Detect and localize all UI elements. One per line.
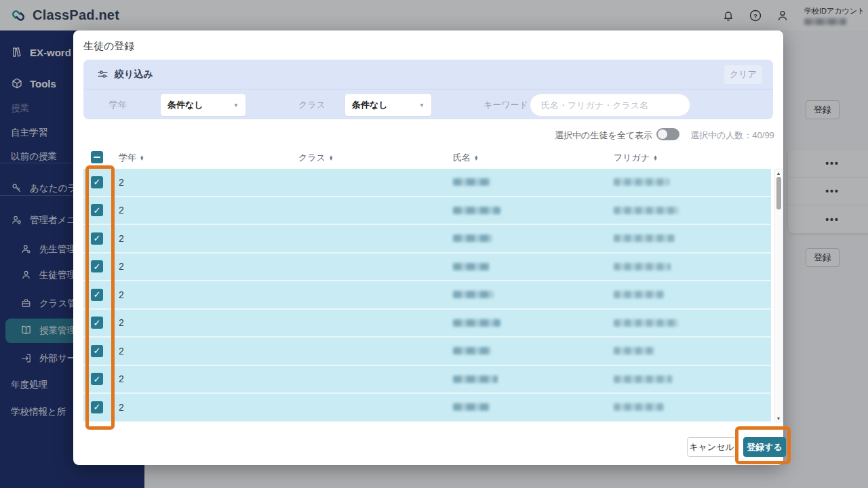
kana-cell-redacted	[614, 403, 664, 411]
grade-cell: 2	[119, 317, 124, 328]
name-cell-redacted	[453, 291, 494, 298]
class-filter-value: 条件なし	[352, 99, 414, 111]
student-row[interactable]: ✓2	[83, 253, 771, 282]
row-checkbox[interactable]: ✓	[91, 373, 103, 385]
row-checkbox[interactable]: ✓	[91, 232, 103, 245]
grade-filter-value: 条件なし	[167, 99, 228, 111]
grade-cell: 2	[119, 205, 124, 216]
scrollbar-thumb[interactable]	[776, 177, 781, 209]
student-row[interactable]: ✓2	[83, 394, 771, 422]
grade-cell: 2	[119, 402, 124, 413]
student-registration-modal: 生徒の登録 絞り込み クリア 学年 条件なし ▼ クラス 条件なし ▼ キーワー…	[73, 30, 783, 465]
kana-cell-redacted	[614, 178, 669, 186]
class-filter-label: クラス	[298, 99, 326, 111]
keyword-filter-label: キーワード	[484, 99, 528, 111]
table-header: 学年▲▼ クラス▲▼ 氏名▲▼ フリガナ▲▼	[83, 148, 773, 169]
kana-cell-redacted	[614, 347, 654, 354]
row-checkbox[interactable]: ✓	[91, 176, 103, 188]
student-row[interactable]: ✓2	[83, 281, 771, 310]
row-checkbox[interactable]: ✓	[91, 345, 103, 357]
kana-cell-redacted	[614, 375, 672, 383]
column-header-grade[interactable]: 学年▲▼	[119, 152, 144, 164]
row-checkbox[interactable]: ✓	[91, 204, 103, 216]
selected-count: 選択中の人数：40/99	[690, 129, 774, 142]
name-cell-redacted	[453, 347, 491, 354]
select-all-checkbox[interactable]	[91, 151, 103, 163]
kana-cell-redacted	[614, 263, 671, 270]
filter-title: 絞り込み	[115, 68, 153, 81]
name-cell-redacted	[453, 207, 500, 214]
class-filter-dropdown[interactable]: 条件なし ▼	[345, 94, 431, 116]
student-row[interactable]: ✓2	[83, 366, 771, 394]
name-cell-redacted	[453, 178, 490, 186]
grade-cell: 2	[119, 177, 124, 188]
grade-cell: 2	[119, 233, 124, 244]
show-selected-toggle[interactable]	[656, 128, 679, 140]
grade-cell: 2	[119, 289, 124, 300]
filter-sliders-icon	[97, 68, 108, 80]
grade-cell: 2	[119, 261, 124, 272]
register-submit-button[interactable]: 登録する	[743, 437, 786, 457]
row-checkbox[interactable]: ✓	[91, 289, 103, 301]
student-row[interactable]: ✓2	[83, 338, 771, 366]
keyword-search-input[interactable]	[530, 94, 690, 117]
modal-title: 生徒の登録	[83, 40, 134, 53]
row-checkbox[interactable]: ✓	[91, 260, 103, 272]
chevron-down-icon: ▼	[419, 102, 425, 108]
name-cell-redacted	[453, 375, 498, 383]
name-cell-redacted	[453, 235, 492, 242]
kana-cell-redacted	[614, 207, 679, 214]
kana-cell-redacted	[614, 291, 664, 298]
show-selected-toggle-label: 選択中の生徒を全て表示	[555, 129, 652, 142]
sort-icon: ▲▼	[140, 155, 144, 161]
student-table-body: ✓2✓2✓2✓2✓2✓2✓2✓2✓2	[83, 169, 771, 422]
clear-button[interactable]: クリア	[724, 65, 762, 84]
kana-cell-redacted	[614, 319, 678, 327]
student-row[interactable]: ✓2	[83, 225, 771, 253]
row-checkbox[interactable]: ✓	[91, 401, 103, 413]
grade-filter-dropdown[interactable]: 条件なし ▼	[161, 94, 245, 116]
table-scrollbar[interactable]: ▲ ▼	[774, 169, 783, 422]
student-row[interactable]: ✓2	[83, 197, 771, 226]
column-header-class[interactable]: クラス▲▼	[298, 152, 333, 164]
sort-icon: ▲▼	[653, 155, 657, 161]
sort-icon: ▲▼	[474, 155, 478, 161]
column-header-kana[interactable]: フリガナ▲▼	[614, 152, 658, 164]
filter-panel: 絞り込み クリア 学年 条件なし ▼ クラス 条件なし ▼ キーワード	[83, 60, 773, 119]
cancel-button[interactable]: キャンセル	[687, 437, 736, 457]
grade-cell: 2	[119, 346, 124, 357]
grade-filter-label: 学年	[109, 99, 127, 111]
scroll-up-icon[interactable]: ▲	[775, 169, 782, 176]
scroll-down-icon[interactable]: ▼	[775, 415, 782, 422]
grade-cell: 2	[119, 373, 124, 384]
name-cell-redacted	[453, 263, 490, 270]
name-cell-redacted	[453, 403, 490, 411]
kana-cell-redacted	[614, 235, 675, 242]
chevron-down-icon: ▼	[233, 102, 239, 108]
column-header-name[interactable]: 氏名▲▼	[453, 152, 478, 164]
student-row[interactable]: ✓2	[83, 310, 771, 338]
name-cell-redacted	[453, 319, 500, 327]
student-row[interactable]: ✓2	[83, 169, 771, 197]
row-checkbox[interactable]: ✓	[91, 317, 103, 329]
sort-icon: ▲▼	[329, 155, 333, 161]
